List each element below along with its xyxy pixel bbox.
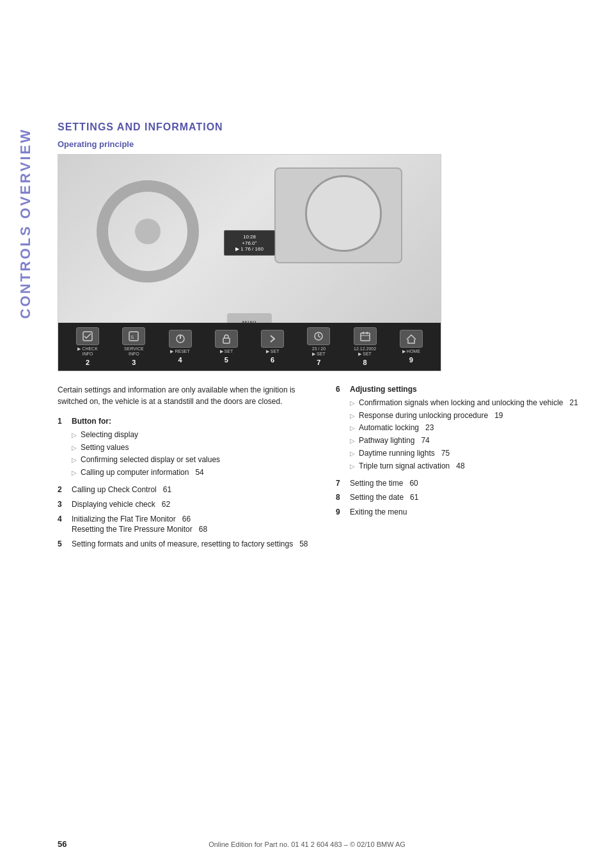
- main-content: SETTINGS AND INFORMATION Operating princ…: [58, 0, 588, 554]
- sub-item-6-4: ▷ Pathway lighting 74: [350, 435, 588, 446]
- sub-item-1-3-text: Confirming selected display or set value…: [81, 454, 220, 465]
- footer-text: Online Edition for Part no. 01 41 2 604 …: [209, 841, 405, 848]
- button-8-number: 8: [363, 359, 367, 366]
- button-3-icon: S: [122, 327, 145, 345]
- button-4-label: ▶ RESET: [170, 349, 189, 354]
- item-1-label: Button for:: [72, 417, 111, 426]
- svg-rect-5: [223, 338, 230, 343]
- item-6-sublist: ▷ Confirmation signals when locking and …: [350, 398, 588, 472]
- intro-paragraph: Certain settings and information are onl…: [58, 384, 310, 407]
- arrow-6-4: ▷: [350, 437, 355, 446]
- list-item-7: 7 Setting the time 60: [336, 478, 588, 489]
- steering-wheel: [97, 180, 199, 283]
- item-3-content: Displaying vehicle check 62: [72, 499, 310, 510]
- list-item-5: 5 Setting formats and units of measure, …: [58, 539, 310, 550]
- item-1-sublist: ▷ Selecting display ▷ Setting values ▷ C…: [72, 430, 310, 478]
- arrow-1-2: ▷: [72, 444, 77, 453]
- button-7-icon: [307, 327, 330, 345]
- dash-interior: 10:28 +76.0° ▶ 1 76 / 160 MINI: [58, 155, 441, 371]
- svg-rect-7: [361, 333, 370, 341]
- button-5-group: ▶ SET 5: [215, 330, 238, 364]
- sub-item-6-5: ▷ Daytime running lights 75: [350, 448, 588, 459]
- button-9-icon: [400, 330, 423, 348]
- item-6-label: Adjusting settings: [350, 385, 417, 394]
- sub-item-1-4: ▷ Calling up computer information 54: [72, 467, 310, 478]
- arrow-6-3: ▷: [350, 424, 355, 433]
- sub-item-6-3-text: Automatic locking 23: [359, 422, 434, 433]
- button-2-label: ▶ CHECKINFO: [77, 346, 97, 356]
- list-item-4: 4 Initializing the Flat Tire Monitor 66 …: [58, 514, 310, 536]
- button-2-icon: [76, 327, 99, 345]
- sub-item-1-1: ▷ Selecting display: [72, 430, 310, 440]
- content-columns: Certain settings and information are onl…: [58, 384, 588, 554]
- button-6-label: ▶ SET: [266, 349, 279, 354]
- item-4-number: 4: [58, 514, 69, 536]
- sub-item-6-2-text: Response during unlocking procedure 19: [359, 410, 503, 421]
- button-7-label: 23 / 20▶ SET: [312, 346, 326, 356]
- button-9-label: ▶ HOME: [402, 349, 420, 354]
- sub-item-1-3: ▷ Confirming selected display or set val…: [72, 454, 310, 465]
- item-7-content: Setting the time 60: [350, 478, 588, 489]
- button-8-icon: [354, 327, 377, 345]
- button-4-icon: [169, 330, 192, 348]
- arrow-1-4: ▷: [72, 469, 77, 477]
- col-right: 6 Adjusting settings ▷ Confirmation sign…: [336, 384, 588, 554]
- arrow-6-1: ▷: [350, 399, 355, 408]
- item-2-content: Calling up Check Control 61: [72, 484, 310, 495]
- button-2-number: 2: [86, 359, 90, 366]
- center-display-text: 10:28 +76.0° ▶ 1 76 / 160: [235, 234, 264, 252]
- item-9-content: Exiting the menu: [350, 507, 588, 518]
- button-9-number: 9: [409, 356, 413, 364]
- item-5-content: Setting formats and units of measure, re…: [72, 539, 310, 550]
- button-7-group: 23 / 20▶ SET 7: [307, 327, 330, 366]
- item-8-content: Setting the date 61: [350, 492, 588, 503]
- sub-item-6-1-text: Confirmation signals when locking and un…: [359, 398, 578, 408]
- subheading: Operating principle: [58, 139, 588, 149]
- section-heading: SETTINGS AND INFORMATION: [58, 121, 588, 133]
- item-6-content: Adjusting settings ▷ Confirmation signal…: [350, 384, 588, 474]
- instrument-cluster: [274, 167, 402, 263]
- sub-item-6-3: ▷ Automatic locking 23: [350, 422, 588, 433]
- button-6-icon: [261, 330, 284, 348]
- button-8-label: 12.12.2002▶ SET: [354, 346, 376, 356]
- sub-item-6-1: ▷ Confirmation signals when locking and …: [350, 398, 588, 408]
- item-8-number: 8: [336, 492, 347, 503]
- arrow-6-5: ▷: [350, 449, 355, 458]
- center-display: 10:28 +76.0° ▶ 1 76 / 160: [224, 230, 275, 256]
- button-8-group: 12.12.2002▶ SET 8: [354, 327, 377, 366]
- sub-item-6-2: ▷ Response during unlocking procedure 19: [350, 410, 588, 421]
- button-bar: ▶ CHECKINFO 2 S SERVICEINFO 3: [58, 323, 441, 371]
- sub-item-1-2-text: Setting values: [81, 442, 129, 453]
- button-5-number: 5: [224, 356, 228, 364]
- button-7-number: 7: [317, 359, 320, 366]
- sub-item-6-5-text: Daytime running lights 75: [359, 448, 450, 459]
- button-3-group: S SERVICEINFO 3: [122, 327, 145, 366]
- list-item-2: 2 Calling up Check Control 61: [58, 484, 310, 495]
- list-item-9: 9 Exiting the menu: [336, 507, 588, 518]
- button-3-number: 3: [132, 359, 136, 366]
- button-3-label: SERVICEINFO: [124, 346, 144, 356]
- button-4-number: 4: [178, 356, 182, 364]
- item-6-number: 6: [336, 384, 347, 474]
- arrow-6-2: ▷: [350, 412, 355, 421]
- col-left: Certain settings and information are onl…: [58, 384, 310, 554]
- sub-item-1-1-text: Selecting display: [81, 430, 138, 440]
- svg-text:S: S: [130, 334, 134, 340]
- sub-item-6-6: ▷ Triple turn signal activation 48: [350, 461, 588, 472]
- button-2-group: ▶ CHECKINFO 2: [76, 327, 99, 366]
- arrow-1-1: ▷: [72, 431, 77, 440]
- button-9-group: ▶ HOME 9: [400, 330, 423, 364]
- item-7-number: 7: [336, 478, 347, 489]
- item-3-number: 3: [58, 499, 69, 510]
- sub-item-6-6-text: Triple turn signal activation 48: [359, 461, 465, 472]
- button-4-group: ▶ RESET 4: [169, 330, 192, 364]
- list-item-6: 6 Adjusting settings ▷ Confirmation sign…: [336, 384, 588, 474]
- item-2-number: 2: [58, 484, 69, 495]
- button-6-group: ▶ SET 6: [261, 330, 284, 364]
- button-5-label: ▶ SET: [220, 349, 233, 354]
- item-9-number: 9: [336, 507, 347, 518]
- button-6-number: 6: [271, 356, 274, 364]
- sidebar-label: CONTROLS OVERVIEW: [17, 128, 34, 319]
- item-1-content: Button for: ▷ Selecting display ▷ Settin…: [72, 416, 310, 481]
- list-item-8: 8 Setting the date 61: [336, 492, 588, 503]
